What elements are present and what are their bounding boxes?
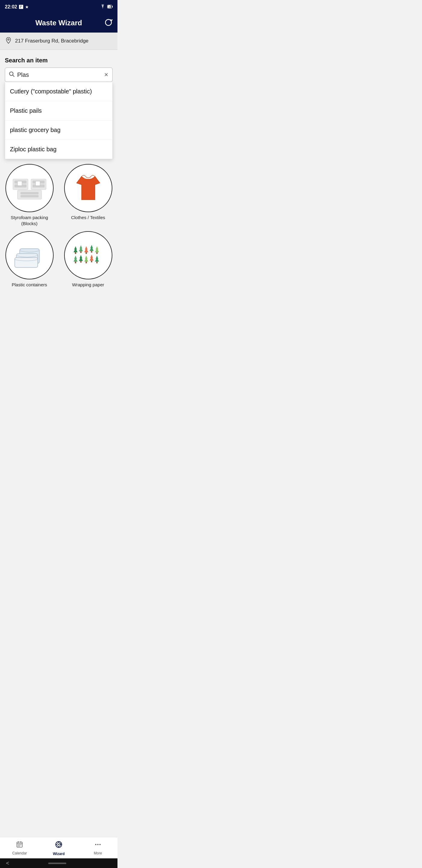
- grid-circle-clothes: [64, 164, 112, 212]
- svg-rect-37: [75, 261, 76, 264]
- search-input-wrapper: ×: [5, 67, 112, 82]
- svg-marker-33: [95, 248, 99, 252]
- svg-rect-15: [18, 181, 22, 186]
- status-left: 22:02 🅿 ★: [5, 4, 29, 10]
- dropdown-item-0[interactable]: Cutlery ("compostable" plastic): [5, 82, 112, 101]
- grid-label-clothes: Clothes / Textiles: [71, 215, 105, 221]
- location-address: 217 Fraserburg Rd, Bracebridge: [15, 38, 89, 44]
- svg-rect-31: [91, 251, 92, 253]
- grid-circle-styrofoam: [5, 164, 54, 212]
- svg-marker-48: [95, 258, 99, 261]
- svg-rect-46: [91, 261, 92, 262]
- battery-icon: [107, 4, 112, 10]
- grid-item-clothes[interactable]: Clothes / Textiles: [61, 164, 115, 226]
- search-dropdown: Cutlery ("compostable" plastic) Plastic …: [5, 82, 112, 159]
- item-grid: Styrofoam packing (Blocks) Clothes / Tex…: [2, 164, 115, 288]
- dropdown-item-2[interactable]: plastic grocery bag: [5, 121, 112, 140]
- svg-rect-43: [86, 261, 87, 264]
- app-title: Waste Wizard: [36, 19, 82, 27]
- grid-item-styrofoam[interactable]: Styrofoam packing (Blocks): [2, 164, 56, 226]
- location-pin-icon: [5, 37, 12, 45]
- svg-rect-14: [21, 195, 38, 197]
- grid-circle-wrapping: [64, 231, 112, 279]
- search-icon: [9, 71, 15, 79]
- svg-marker-45: [90, 256, 93, 260]
- search-container: × Cutlery ("compostable" plastic) Plasti…: [5, 67, 112, 159]
- location-bar[interactable]: 217 Fraserburg Rd, Bracebridge: [0, 33, 118, 50]
- clear-button[interactable]: ×: [104, 71, 109, 79]
- search-label: Search an item: [5, 57, 112, 64]
- grid-label-styrofoam: Styrofoam packing (Blocks): [2, 215, 56, 226]
- search-input[interactable]: [17, 71, 101, 79]
- svg-rect-12: [18, 190, 41, 199]
- svg-point-3: [8, 39, 9, 40]
- svg-rect-49: [96, 261, 97, 264]
- parking-icon: 🅿: [19, 4, 23, 9]
- svg-rect-34: [96, 252, 97, 254]
- wifi-icon: [100, 4, 105, 10]
- svg-rect-28: [86, 252, 87, 254]
- status-bar: 22:02 🅿 ★: [0, 0, 118, 13]
- grid-item-wrapping[interactable]: Wrapping paper: [61, 231, 115, 288]
- svg-rect-40: [80, 261, 81, 263]
- svg-marker-42: [84, 258, 88, 261]
- dropdown-item-1[interactable]: Plastic pails: [5, 101, 112, 121]
- svg-rect-16: [36, 181, 40, 186]
- svg-rect-13: [21, 192, 38, 194]
- status-time: 22:02: [5, 4, 17, 10]
- svg-marker-36: [73, 258, 77, 261]
- svg-marker-21: [73, 248, 77, 252]
- grid-label-wrapping: Wrapping paper: [72, 282, 104, 288]
- svg-rect-1: [112, 6, 112, 7]
- svg-rect-19: [14, 258, 37, 268]
- svg-marker-39: [78, 257, 83, 261]
- app-header: Waste Wizard: [0, 13, 118, 33]
- grid-label-plastic: Plastic containers: [12, 282, 47, 288]
- svg-marker-24: [78, 247, 83, 251]
- refresh-button[interactable]: [104, 19, 112, 28]
- main-content: Search an item × Cutlery ("compostable" …: [0, 50, 118, 159]
- svg-marker-30: [90, 247, 93, 251]
- grid-item-plastic[interactable]: Plastic containers: [2, 231, 56, 288]
- grid-section: Styrofoam packing (Blocks) Clothes / Tex…: [0, 159, 118, 293]
- status-right: [100, 4, 112, 10]
- svg-marker-27: [84, 248, 88, 252]
- svg-rect-25: [80, 251, 81, 253]
- star-icon: ★: [25, 4, 29, 9]
- svg-line-5: [13, 75, 14, 76]
- grid-circle-plastic: [5, 231, 54, 279]
- dropdown-item-3[interactable]: Ziploc plastic bag: [5, 140, 112, 159]
- svg-rect-22: [75, 252, 76, 254]
